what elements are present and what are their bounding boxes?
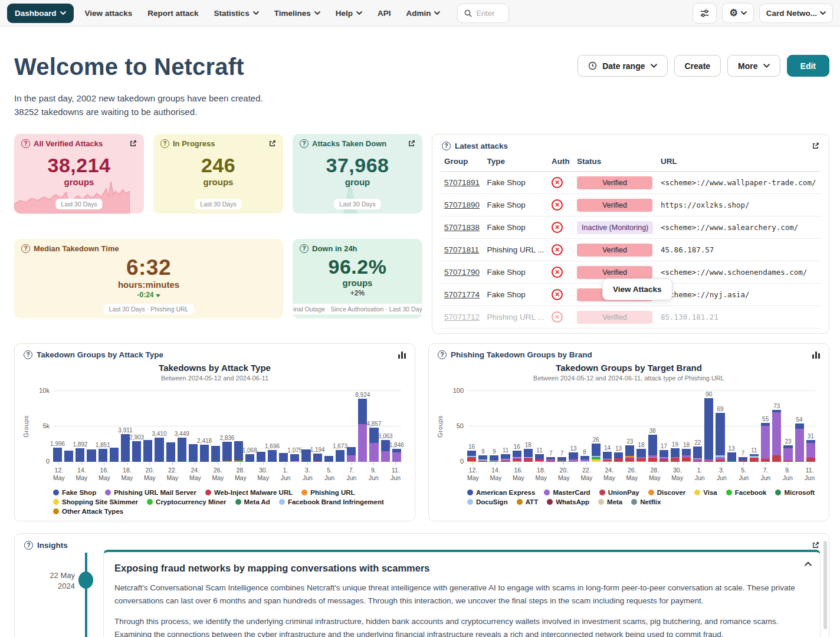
bar[interactable]: 13	[569, 452, 578, 462]
bar[interactable]: 8	[580, 456, 589, 462]
chevron-up-icon[interactable]	[805, 562, 812, 566]
bar[interactable]: 73	[772, 410, 781, 462]
bar[interactable]	[324, 456, 333, 462]
legend-item[interactable]: Meta	[598, 498, 622, 505]
bar[interactable]: 11	[501, 454, 510, 462]
legend-item[interactable]: Phishing URL	[301, 489, 355, 496]
legend-item[interactable]: DocuSign	[467, 498, 508, 505]
bar[interactable]	[347, 447, 356, 462]
legend-item[interactable]: Facebook Brand Infringement	[279, 498, 384, 505]
bar-chart-icon[interactable]	[398, 352, 406, 359]
group-link[interactable]: 57071712	[444, 313, 480, 321]
card-in-progress[interactable]: ? In Progress 246 groups Last 30 Days	[153, 134, 283, 214]
bar[interactable]: 19	[671, 448, 680, 462]
legend-item[interactable]: Discover	[648, 489, 686, 496]
bar[interactable]: 1,673	[336, 450, 344, 462]
auth-denied-icon[interactable]: ✕	[552, 289, 563, 300]
bar[interactable]: 1,851	[99, 449, 107, 462]
settings-button[interactable]: ⚙	[722, 3, 753, 23]
legend-item[interactable]: WhatsApp	[547, 498, 589, 505]
card-median-takedown-time[interactable]: ? Median Takedown Time 6:32 hours:minute…	[14, 239, 283, 318]
bar-chart-icon[interactable]	[812, 352, 820, 359]
bar[interactable]: 18	[524, 449, 533, 462]
bar[interactable]: 11	[750, 454, 759, 462]
bar[interactable]: 16	[467, 451, 476, 462]
legend-item[interactable]: Other Attack Types	[53, 508, 123, 515]
bar[interactable]: 54	[795, 423, 804, 462]
bar[interactable]: 3,911	[121, 434, 130, 462]
bar[interactable]: 90	[704, 398, 713, 462]
bar[interactable]: 8,924	[358, 399, 367, 462]
bar[interactable]: 26	[592, 444, 601, 462]
scrollbar[interactable]	[823, 541, 827, 629]
bar[interactable]	[279, 453, 288, 462]
bar[interactable]: 3,449	[178, 438, 186, 462]
bar[interactable]: 4,857	[369, 428, 378, 462]
legend-item[interactable]: Web-Inject Malware URL	[205, 489, 293, 496]
bar[interactable]: 2,418	[200, 445, 209, 462]
card-delta[interactable]: -0:24	[21, 291, 276, 299]
bar[interactable]: 1,075	[290, 454, 299, 462]
external-link-icon[interactable]	[812, 142, 819, 150]
legend-item[interactable]: Meta Ad	[235, 498, 270, 505]
edit-button[interactable]: Edit	[787, 55, 829, 77]
bar[interactable]: 16	[513, 451, 521, 462]
bar[interactable]	[166, 442, 175, 462]
bar[interactable]: 2,836	[222, 442, 231, 462]
bar[interactable]: 11	[535, 454, 544, 462]
bar[interactable]: 3,410	[155, 438, 163, 462]
help-icon[interactable]: ?	[300, 139, 309, 148]
bar[interactable]: 1,846	[392, 449, 401, 462]
bar[interactable]	[234, 441, 243, 462]
legend-item[interactable]: ATT	[517, 498, 539, 505]
help-icon[interactable]: ?	[300, 244, 309, 253]
auth-denied-icon[interactable]: ✕	[552, 267, 563, 278]
nav-item-dashboard[interactable]: Dashboard	[7, 4, 74, 23]
bar[interactable]: 17	[659, 450, 668, 462]
help-icon[interactable]: ?	[24, 350, 32, 359]
nav-item-report-attack[interactable]: Report attack	[140, 4, 206, 23]
bar[interactable]: 69	[716, 413, 724, 462]
bar[interactable]: 1,996	[53, 448, 62, 462]
bar[interactable]: 1,696	[268, 450, 277, 462]
bar[interactable]: 7	[546, 457, 555, 462]
bar[interactable]	[143, 440, 152, 462]
card-network-select[interactable]: Card Netwo...	[759, 4, 833, 23]
group-link[interactable]: 57071790	[444, 268, 480, 277]
legend-item[interactable]: MasterCard	[544, 489, 590, 496]
bar[interactable]: 23	[783, 445, 792, 462]
external-link-icon[interactable]	[812, 541, 819, 549]
bar[interactable]: 7	[739, 457, 747, 462]
legend-item[interactable]: UnionPay	[599, 489, 639, 496]
filters-button[interactable]	[693, 3, 717, 24]
external-link-icon[interactable]	[268, 140, 276, 147]
help-icon[interactable]: ?	[24, 541, 33, 550]
view-attacks-button[interactable]: View Attacks	[602, 278, 672, 300]
nav-item-view-attacks[interactable]: View attacks	[77, 4, 140, 23]
nav-item-statistics[interactable]: Statistics	[206, 4, 267, 23]
help-icon[interactable]: ?	[160, 139, 169, 148]
bar[interactable]	[257, 452, 265, 462]
nav-item-admin[interactable]: Admin	[398, 4, 448, 23]
search-box[interactable]	[457, 4, 509, 23]
bar[interactable]	[64, 451, 73, 462]
auth-denied-icon[interactable]: ✕	[552, 199, 563, 211]
group-link[interactable]: 57071838	[444, 223, 480, 232]
auth-denied-icon[interactable]: ✕	[552, 222, 563, 233]
bar[interactable]	[301, 449, 310, 462]
bar[interactable]: 2,903	[132, 441, 141, 462]
timeline-dot[interactable]	[78, 572, 93, 589]
more-button[interactable]: More	[727, 55, 780, 77]
card-attacks-taken-down[interactable]: ? Attacks Taken Down 37,968 group Last 3…	[293, 134, 422, 214]
legend-item[interactable]: Microsoft	[775, 489, 815, 496]
auth-denied-icon[interactable]: ✕	[552, 311, 563, 323]
card-down-in-24h[interactable]: ? Down in 24h 96.2% groups +2% Final Out…	[293, 239, 422, 318]
bar[interactable]: 18	[636, 449, 645, 462]
legend-item[interactable]: Fake Shop	[53, 489, 96, 496]
external-link-icon[interactable]	[408, 140, 415, 147]
bar[interactable]: 1,068	[245, 454, 254, 462]
bar[interactable]: 9	[490, 455, 498, 462]
external-link-icon[interactable]	[129, 140, 137, 147]
bar[interactable]: 23	[625, 445, 634, 462]
bar[interactable]: 22	[693, 446, 702, 462]
